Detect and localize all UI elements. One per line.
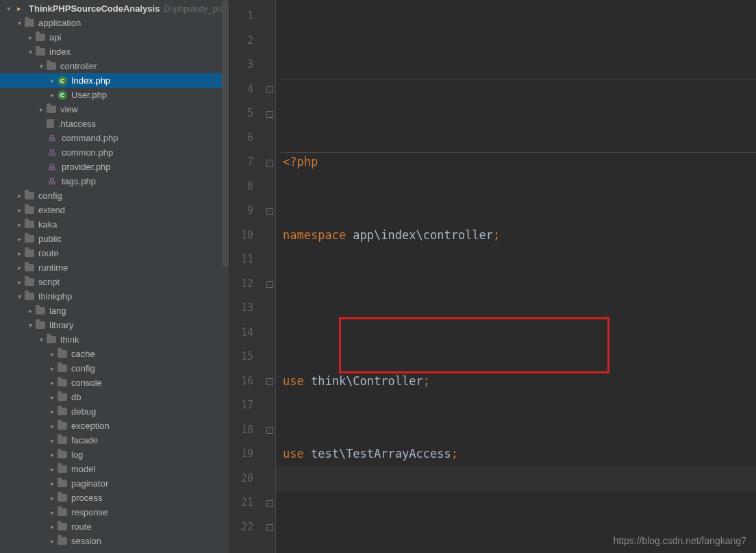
tree-item-root[interactable]: ▸ThinkPHPSourceCodeAnalysisD:\phpstudy_p… — [0, 1, 229, 16]
tree-item-exception[interactable]: exception — [0, 419, 229, 433]
tree-item-log[interactable]: log — [0, 447, 229, 462]
chevron-right-icon[interactable] — [15, 278, 23, 286]
tree-item-console[interactable]: console — [0, 376, 229, 390]
tree-item-config[interactable]: config — [0, 188, 229, 203]
tree-item-command-php[interactable]: 品command.php — [0, 131, 229, 145]
tree-item-api[interactable]: api — [0, 30, 229, 45]
tree-item-route2[interactable]: route — [0, 519, 229, 534]
tree-item-session[interactable]: session — [0, 534, 229, 548]
tree-item-model[interactable]: model — [0, 462, 229, 476]
tree-item-tags-php[interactable]: 品tags.php — [0, 174, 229, 188]
line-number[interactable]: 19 — [229, 442, 253, 467]
tree-item-think[interactable]: think — [0, 332, 229, 347]
line-number[interactable]: 11 — [229, 247, 253, 272]
sidebar-scrollbar[interactable] — [222, 0, 229, 267]
tree-item-controller[interactable]: controller — [0, 59, 229, 73]
line-number[interactable]: 17 — [229, 393, 253, 418]
line-number[interactable]: 5 — [229, 101, 253, 126]
tree-item-db[interactable]: db — [0, 390, 229, 404]
line-number[interactable]: 7 — [229, 150, 253, 175]
chevron-right-icon[interactable] — [26, 34, 34, 42]
line-number[interactable]: 6 — [229, 126, 253, 151]
chevron-right-icon[interactable] — [48, 350, 56, 358]
fold-toggle-icon[interactable]: − — [264, 491, 275, 515]
chevron-right-icon[interactable] — [48, 523, 56, 531]
tree-item-runtime[interactable]: runtime — [0, 260, 229, 275]
fold-toggle-icon[interactable]: − — [264, 515, 275, 540]
line-number[interactable]: 20 — [229, 467, 253, 491]
tree-item-debug[interactable]: debug — [0, 404, 229, 419]
line-number[interactable]: 13 — [229, 296, 253, 321]
line-number[interactable]: 22 — [229, 515, 253, 540]
tree-item-cache[interactable]: cache — [0, 347, 229, 361]
line-number[interactable]: 12 — [229, 272, 253, 297]
chevron-down-icon[interactable] — [15, 293, 23, 301]
tree-item-route[interactable]: route — [0, 246, 229, 260]
chevron-right-icon[interactable] — [48, 77, 56, 85]
tree-item-index[interactable]: index — [0, 45, 229, 59]
chevron-right-icon[interactable] — [48, 508, 56, 517]
chevron-right-icon[interactable] — [48, 379, 56, 387]
fold-toggle-icon[interactable]: − — [264, 101, 275, 126]
chevron-right-icon[interactable] — [48, 494, 56, 502]
line-number[interactable]: 15 — [229, 345, 253, 369]
chevron-right-icon[interactable] — [48, 480, 56, 488]
chevron-right-icon[interactable] — [15, 206, 23, 214]
tree-item-thinkphp[interactable]: thinkphp — [0, 289, 229, 304]
line-number[interactable]: 9 — [229, 199, 253, 223]
chevron-right-icon[interactable] — [48, 365, 56, 373]
tree-item-kaka[interactable]: kaka — [0, 217, 229, 232]
line-number[interactable]: 8 — [229, 175, 253, 199]
chevron-right-icon[interactable] — [48, 451, 56, 459]
tree-item-extend[interactable]: extend — [0, 203, 229, 217]
fold-toggle-icon[interactable]: − — [264, 272, 275, 297]
line-number[interactable]: 16 — [229, 369, 253, 394]
tree-item-common-php[interactable]: 品common.php — [0, 145, 229, 160]
line-number[interactable]: 21 — [229, 491, 253, 515]
tree-item-paginator[interactable]: paginator — [0, 476, 229, 491]
tree-item-htaccess[interactable]: .htaccess — [0, 116, 229, 131]
fold-toggle-icon[interactable]: − — [264, 418, 275, 443]
tree-item-user-php[interactable]: CUser.php — [0, 88, 229, 102]
line-number[interactable]: 4 — [229, 77, 253, 102]
tree-item-library[interactable]: library — [0, 318, 229, 332]
chevron-right-icon[interactable] — [26, 307, 34, 315]
tree-item-script[interactable]: script — [0, 275, 229, 289]
line-number[interactable]: 18 — [229, 418, 253, 443]
chevron-right-icon[interactable] — [48, 91, 56, 99]
tree-item-response[interactable]: response — [0, 505, 229, 519]
tree-item-public[interactable]: public — [0, 232, 229, 246]
line-number[interactable]: 3 — [229, 53, 253, 77]
fold-toggle-icon[interactable]: − — [264, 369, 275, 394]
line-number[interactable]: 2 — [229, 29, 253, 53]
fold-toggle-icon[interactable]: − — [264, 77, 275, 102]
chevron-right-icon[interactable] — [48, 437, 56, 445]
code-area[interactable]: <?php namespace app\index\controller; us… — [276, 0, 756, 553]
tree-item-provider-php[interactable]: 品provider.php — [0, 160, 229, 174]
line-number[interactable]: 1 — [229, 4, 253, 29]
chevron-down-icon[interactable] — [26, 48, 34, 56]
line-number[interactable]: 10 — [229, 223, 253, 248]
tree-item-application[interactable]: application — [0, 16, 229, 30]
fold-column[interactable]: −−−−−−−−− — [264, 0, 276, 553]
tree-item-view[interactable]: view — [0, 102, 229, 116]
chevron-down-icon[interactable] — [4, 5, 12, 13]
chevron-down-icon[interactable] — [37, 336, 45, 344]
chevron-right-icon[interactable] — [48, 393, 56, 402]
line-number-gutter[interactable]: 12345678910111213141516171819202122 — [229, 0, 264, 553]
tree-item-index-php[interactable]: CIndex.php — [0, 73, 229, 88]
tree-item-process[interactable]: process — [0, 491, 229, 505]
chevron-right-icon[interactable] — [48, 537, 56, 545]
fold-toggle-icon[interactable]: − — [264, 150, 275, 175]
chevron-down-icon[interactable] — [37, 62, 45, 71]
chevron-right-icon[interactable] — [15, 235, 23, 243]
chevron-down-icon[interactable] — [26, 321, 34, 330]
tree-item-lang[interactable]: lang — [0, 304, 229, 318]
fold-toggle-icon[interactable]: − — [264, 199, 275, 223]
chevron-right-icon[interactable] — [15, 264, 23, 272]
chevron-right-icon[interactable] — [48, 465, 56, 474]
chevron-right-icon[interactable] — [48, 408, 56, 416]
chevron-right-icon[interactable] — [15, 192, 23, 200]
project-tree[interactable]: ▸ThinkPHPSourceCodeAnalysisD:\phpstudy_p… — [0, 0, 229, 548]
tree-item-facade[interactable]: facade — [0, 433, 229, 447]
